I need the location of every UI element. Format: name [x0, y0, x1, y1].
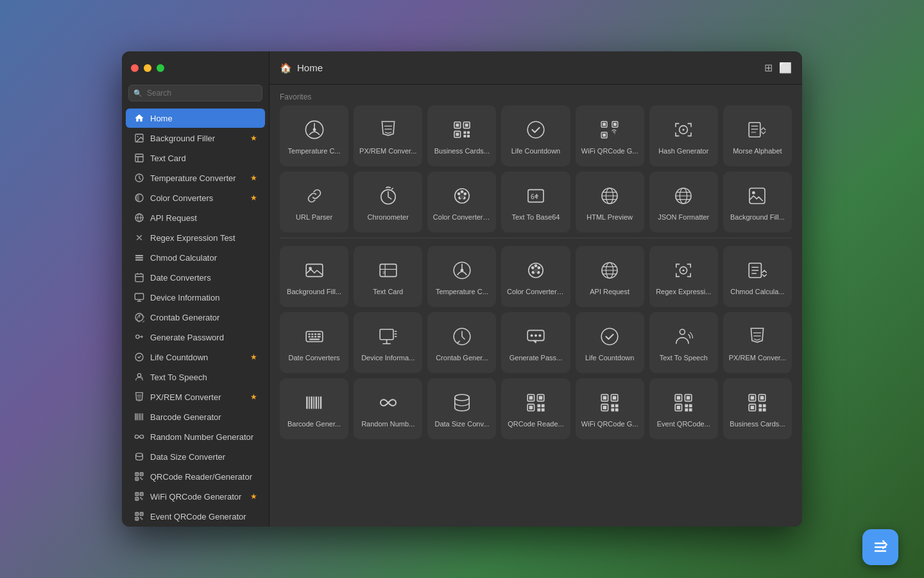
svg-rect-67 — [613, 123, 617, 127]
svg-rect-88 — [306, 265, 323, 277]
sidebar-item-barcode[interactable]: Barcode Generator — [126, 407, 265, 426]
sidebar-item-wifi-qrcode[interactable]: WiFi QRCode Generator ★ — [126, 487, 265, 506]
sidebar-toggle-button[interactable]: ⬜ — [779, 62, 792, 74]
grid-item-name: JSON Formatter — [654, 213, 712, 222]
sidebar-item-home[interactable]: Home — [126, 109, 265, 128]
sidebar-item-date-converters[interactable]: Date Converters — [126, 268, 265, 287]
grid-item-random-num[interactable]: Random Numb... — [354, 378, 422, 439]
sidebar-item-label: PX/REM Converter — [150, 392, 245, 402]
grid-item-html-preview[interactable]: HTML Preview — [576, 171, 644, 232]
grid-item-business-cards[interactable]: Business Cards... — [427, 105, 496, 166]
grid-item-name: Temperature C... — [433, 287, 491, 296]
grid-row-all3: Barcode Gener... Random Numb... — [280, 378, 792, 439]
grid-item-api2[interactable]: API Request — [576, 246, 644, 307]
dots-speech-icon — [524, 325, 547, 348]
sidebar-item-data-size[interactable]: Data Size Converter — [126, 447, 265, 466]
grid-item-json-formatter[interactable]: JSON Formatter — [649, 171, 718, 232]
palette2-icon — [524, 259, 547, 282]
grid-item-bg-filler[interactable]: Background Fill... — [280, 246, 348, 307]
grid-item-gen-pass[interactable]: Generate Pass... — [501, 312, 570, 373]
grid-item-wifi-qrcode[interactable]: WiFi QRCode G... — [576, 105, 644, 166]
sidebar-item-life-countdown[interactable]: Life Countdown ★ — [126, 347, 265, 367]
svg-rect-58 — [463, 132, 466, 134]
grid-item-name: Business Cards... — [433, 146, 491, 155]
sidebar-list: Home Background Filler ★ Text Card — [122, 107, 269, 527]
sidebar-item-temperature-converter[interactable]: Temperature Converter ★ — [126, 168, 265, 188]
grid-item-event-qr[interactable]: Event QRCode... — [649, 378, 718, 439]
sidebar-item-random-number[interactable]: Random Number Generator — [126, 427, 265, 446]
close-button[interactable] — [131, 64, 139, 72]
grid-item-life-countdown[interactable]: Life Countdown — [501, 105, 570, 166]
drive-icon — [133, 451, 145, 462]
minimize-button[interactable] — [144, 64, 151, 72]
grid-item-crontab[interactable]: Crontab Gener... — [427, 312, 496, 373]
grid-item-qr-reader[interactable]: QRCode Reade... — [501, 378, 570, 439]
qr3-icon — [598, 391, 621, 414]
grid-item-text-card[interactable]: Text Card — [354, 246, 422, 307]
scan-focus-icon — [672, 118, 695, 141]
grid-view-button[interactable]: ⊞ — [764, 62, 773, 74]
scan2-icon — [672, 259, 695, 282]
grid-divider — [280, 238, 792, 238]
sidebar-item-text-card[interactable]: Text Card — [126, 148, 265, 168]
grid-item-barcode[interactable]: Barcode Gener... — [280, 378, 348, 439]
svg-point-122 — [680, 329, 685, 335]
grid-item-pxrem[interactable]: PX/REM Conver... — [354, 105, 422, 166]
sidebar-item-crontab[interactable]: Crontab Generator — [126, 308, 265, 327]
sidebar-item-generate-password[interactable]: Generate Password — [126, 328, 265, 347]
sidebar-item-api-request[interactable]: API Request — [126, 208, 265, 227]
grid-item-text-to-base64[interactable]: 64 Text To Base64 — [501, 171, 570, 232]
svg-rect-40 — [141, 513, 142, 514]
sidebar-item-event-qrcode[interactable]: Event QRCode Generator — [126, 507, 265, 526]
grid-item-data-size[interactable]: Data Size Conv... — [427, 378, 496, 439]
sidebar-item-pxrem[interactable]: PX/REM Converter ★ — [126, 387, 265, 407]
grid-item-name: Text To Base64 — [507, 213, 565, 222]
svg-rect-158 — [689, 405, 692, 408]
grid-item-hash-generator[interactable]: Hash Generator — [649, 105, 718, 166]
grid-item-name: PX/REM Conver... — [728, 353, 786, 362]
sidebar-item-chmod[interactable]: Chmod Calculator — [126, 248, 265, 267]
sidebar-item-color-converters[interactable]: Color Converters ★ — [126, 188, 265, 207]
svg-rect-125 — [311, 397, 312, 409]
grid-item-tts[interactable]: Text To Speech — [649, 312, 718, 373]
sidebar-item-qrcode-reader[interactable]: QRCode Reader/Generator — [126, 467, 265, 486]
grid-item-morse-alphabet[interactable]: Morse Alphabet — [723, 105, 792, 166]
grid-item-url-parser[interactable]: URL Parser — [280, 171, 348, 232]
globe3-icon — [672, 184, 695, 207]
sidebar-item-device-info[interactable]: Device Information — [126, 288, 265, 307]
app-dock-icon[interactable] — [862, 529, 898, 565]
search-input[interactable] — [128, 85, 262, 101]
clock-check-icon — [524, 118, 547, 141]
grid-item-temperature[interactable]: Temperature C... — [280, 105, 348, 166]
grid-item-chronometer[interactable]: Chronometer — [354, 171, 422, 232]
grid-item-date-converters[interactable]: Date Converters — [280, 312, 348, 373]
sidebar-item-regex[interactable]: Regex Expression Test — [126, 228, 265, 247]
person-wave2-icon — [672, 325, 695, 348]
app-window: 🔍 Home Background Filler ★ — [122, 51, 802, 527]
grid-item-color2[interactable]: Color Converters... — [501, 246, 570, 307]
grid-item-device-info[interactable]: Device Informa... — [354, 312, 422, 373]
gear-dial-icon — [303, 118, 326, 141]
favorite-star: ★ — [250, 353, 257, 362]
maximize-button[interactable] — [157, 64, 164, 72]
sidebar-item-background-filler[interactable]: Background Filler ★ — [126, 128, 265, 148]
grid-item-background-fill2[interactable]: Background Fill... — [723, 171, 792, 232]
grid-item-biz-cards[interactable]: Business Cards... — [723, 378, 792, 439]
svg-rect-140 — [542, 408, 545, 412]
grid-item-name: Date Converters — [286, 353, 343, 362]
sidebar-item-text-to-speech[interactable]: Text To Speech — [126, 367, 265, 387]
svg-rect-166 — [751, 406, 755, 410]
svg-rect-111 — [311, 337, 313, 338]
grid-item-regex2[interactable]: Regex Expressi... — [649, 246, 718, 307]
grid-item-temp2[interactable]: Temperature C... — [427, 246, 496, 307]
svg-rect-20 — [140, 414, 141, 421]
globe4-icon — [598, 259, 621, 282]
grid-item-color-converters2[interactable]: Color Converters... — [427, 171, 496, 232]
grid-item-pxrem2[interactable]: PX/REM Conver... — [723, 312, 792, 373]
grid-item-life-count2[interactable]: Life Countdown — [576, 312, 644, 373]
grid-item-chmod2[interactable]: Chmod Calcula... — [723, 246, 792, 307]
svg-rect-123 — [306, 397, 307, 409]
grid-item-name: Event QRCode... — [654, 419, 712, 428]
grid-item-name: Life Countdown — [581, 353, 638, 362]
grid-item-wifi-qr2[interactable]: WiFi QRCode G... — [576, 378, 644, 439]
